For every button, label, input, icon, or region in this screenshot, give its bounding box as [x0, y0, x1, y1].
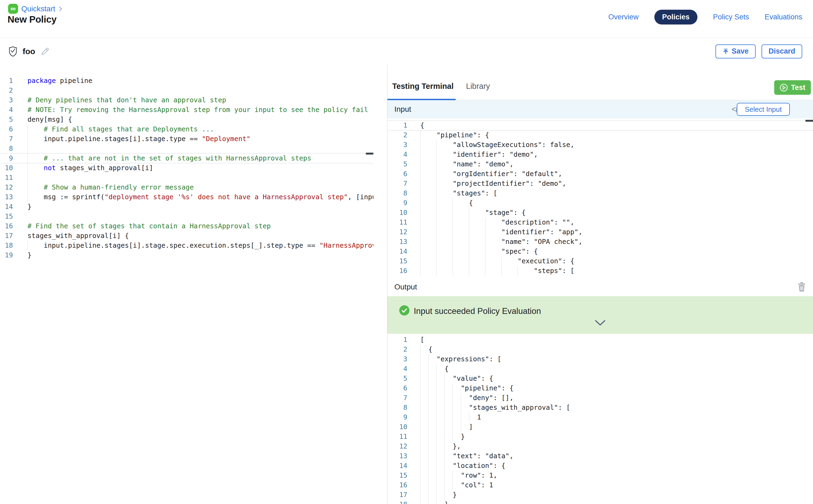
code-line[interactable]: 3 "allowStageExecutions": false, — [387, 140, 813, 150]
select-input-button[interactable]: Select Input — [737, 103, 790, 116]
code-line[interactable]: 16# Find the set of stages that contain … — [0, 221, 373, 231]
code-line[interactable]: 9 1 — [387, 412, 813, 422]
code-line[interactable]: 1[ — [387, 335, 813, 345]
code-line[interactable]: 13 "name": "OPA check", — [387, 237, 813, 247]
code-text: } — [27, 202, 373, 212]
code-text: { — [420, 345, 813, 354]
code-line[interactable]: 11 — [0, 173, 373, 183]
output-json-editor[interactable]: 1[2 {3 "expressions": [4 {5 "value": {6 … — [387, 334, 813, 504]
code-line[interactable]: 17stages_with_approval[i] { — [0, 231, 373, 241]
code-line[interactable]: 11 } — [387, 432, 813, 442]
code-line[interactable]: 9 # ... that are not in the set of stage… — [0, 153, 373, 163]
code-line[interactable]: 8 "stages_with_approval": [ — [387, 403, 813, 412]
code-line[interactable]: 17 } — [387, 490, 813, 500]
code-line[interactable]: 8 — [0, 144, 373, 153]
line-number: 17 — [387, 490, 407, 500]
code-text: "spec": { — [420, 247, 813, 256]
code-line[interactable]: 8 "stages": [ — [387, 188, 813, 198]
code-text: input.pipeline.stages[i].stage.type == "… — [27, 134, 373, 144]
upload-icon — [723, 48, 729, 55]
code-line[interactable]: 13 msg := sprintf("deployment stage '%s'… — [0, 192, 373, 202]
output-section-header: Output — [387, 278, 813, 296]
line-number: 7 — [387, 393, 407, 403]
code-line[interactable]: 11 "description": "", — [387, 218, 813, 227]
code-line[interactable]: 1{ — [387, 121, 813, 130]
code-line[interactable]: 18 } — [387, 500, 813, 504]
test-button[interactable]: Test — [774, 80, 811, 95]
code-line[interactable]: 7 input.pipeline.stages[i].stage.type ==… — [0, 134, 373, 144]
code-line[interactable]: 19} — [0, 250, 373, 260]
code-line[interactable]: 10 "stage": { — [387, 208, 813, 218]
code-line[interactable]: 2 { — [387, 345, 813, 354]
code-line[interactable]: 4 "identifier": "demo", — [387, 150, 813, 159]
code-line[interactable]: 6 "orgIdentifier": "default", — [387, 169, 813, 179]
code-line[interactable]: 7 "projectIdentifier": "demo", — [387, 179, 813, 188]
line-number: 9 — [387, 412, 407, 422]
code-line[interactable]: 4 { — [387, 364, 813, 374]
line-number: 13 — [387, 237, 407, 247]
collapse-banner-button[interactable] — [594, 319, 606, 326]
code-line[interactable]: 12 "identifier": "app", — [387, 227, 813, 237]
clear-output-button[interactable] — [797, 282, 806, 292]
code-line[interactable]: 12 }, — [387, 442, 813, 451]
code-text: [ — [420, 335, 813, 345]
breadcrumb-quickstart-link[interactable]: Quickstart — [21, 5, 55, 13]
code-text: "expressions": [ — [420, 354, 813, 364]
code-line[interactable]: 9 { — [387, 198, 813, 208]
trash-icon — [797, 282, 806, 292]
nav-overview[interactable]: Overview — [608, 13, 639, 21]
line-number: 12 — [387, 442, 407, 451]
code-line[interactable]: 5 "name": "demo", — [387, 159, 813, 169]
page-title: New Policy — [8, 14, 57, 25]
code-line[interactable]: 15 "row": 1, — [387, 471, 813, 480]
code-text: } — [27, 250, 373, 260]
code-line[interactable]: 7 "deny": [], — [387, 393, 813, 403]
code-line[interactable]: 3# Deny pipelines that don't have an app… — [0, 95, 373, 105]
policy-shield-icon — [8, 46, 18, 57]
line-number: 14 — [387, 247, 407, 256]
line-number: 6 — [387, 383, 407, 393]
nav-policies[interactable]: Policies — [654, 10, 697, 25]
code-line[interactable]: 10 ] — [387, 422, 813, 432]
test-label: Test — [791, 83, 805, 92]
code-line[interactable]: 1package pipeline — [0, 76, 373, 86]
code-line[interactable]: 15 — [0, 212, 373, 221]
code-line[interactable]: 3 "expressions": [ — [387, 354, 813, 364]
nav-policy-sets[interactable]: Policy Sets — [713, 13, 749, 21]
policy-code-editor[interactable]: 1package pipeline23# Deny pipelines that… — [0, 65, 373, 504]
tab-library[interactable]: Library — [466, 82, 490, 91]
discard-button[interactable]: Discard — [762, 44, 802, 58]
code-line[interactable]: 12 # Show a human-friendly error message — [0, 183, 373, 192]
line-number: 2 — [387, 345, 407, 354]
code-line[interactable]: 4# NOTE: Try removing the HarnessApprova… — [0, 105, 373, 115]
input-json-editor[interactable]: 1{2 "pipeline": {3 "allowStageExecutions… — [387, 118, 813, 278]
code-line[interactable]: 6 "pipeline": { — [387, 383, 813, 393]
code-line[interactable]: 14 "spec": { — [387, 247, 813, 256]
code-line[interactable]: 6 # Find all stages that are Deployments… — [0, 124, 373, 134]
code-line[interactable]: 10 not stages_with_approval[i] — [0, 163, 373, 173]
line-number: 5 — [0, 115, 13, 124]
edit-name-button[interactable] — [40, 47, 50, 56]
code-text: # Show a human-friendly error message — [27, 183, 373, 192]
line-number: 18 — [387, 500, 407, 504]
tab-testing-terminal[interactable]: Testing Terminal — [392, 82, 454, 91]
code-line[interactable]: 13 "text": "data", — [387, 451, 813, 461]
code-line[interactable]: 18 input.pipeline.stages[i].stage.spec.e… — [0, 241, 373, 250]
nav-evaluations[interactable]: Evaluations — [765, 13, 802, 21]
line-number: 4 — [387, 364, 407, 374]
code-line[interactable]: 14 "location": { — [387, 461, 813, 471]
code-line[interactable]: 2 "pipeline": { — [387, 130, 813, 140]
code-line[interactable]: 15 "execution": { — [387, 256, 813, 266]
current-line-marker — [366, 153, 373, 155]
save-button[interactable]: Save — [716, 44, 756, 58]
line-number: 7 — [0, 134, 13, 144]
code-line[interactable]: 5deny[msg] { — [0, 115, 373, 124]
code-text: "execution": { — [420, 256, 813, 266]
code-line[interactable]: 14} — [0, 202, 373, 212]
line-number: 15 — [387, 471, 407, 480]
code-text: deny[msg] { — [27, 115, 373, 124]
code-line[interactable]: 16 "col": 1 — [387, 480, 813, 490]
code-line[interactable]: 5 "value": { — [387, 374, 813, 383]
code-line[interactable]: 16 "steps": [ — [387, 266, 813, 276]
code-line[interactable]: 2 — [0, 86, 373, 95]
